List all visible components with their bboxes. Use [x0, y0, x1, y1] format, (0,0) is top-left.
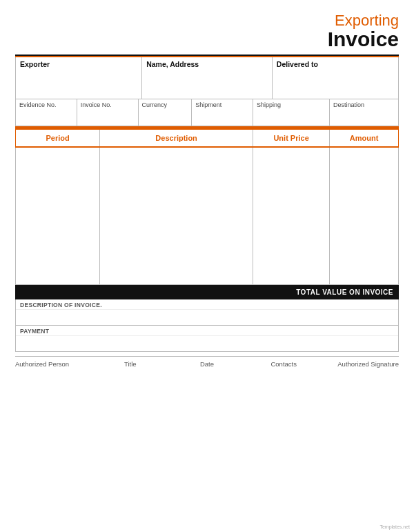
- title-footer: Title: [92, 360, 168, 368]
- header-title: Exporting Invoice: [328, 12, 399, 50]
- currency-label: Currency: [142, 101, 188, 108]
- contacts-footer: Contacts: [246, 360, 322, 368]
- name-address-label: Name, Address: [146, 60, 268, 68]
- name-address-value: [146, 70, 268, 96]
- period-cell: [16, 147, 100, 285]
- invoice-no-value: [81, 108, 135, 124]
- exporter-value: [20, 70, 137, 96]
- invoice-no-label: Invoice No.: [81, 101, 135, 108]
- date-footer: Date: [168, 360, 245, 368]
- shipment-value: [195, 108, 249, 124]
- evidence-no-cell: Evidence No.: [16, 99, 77, 126]
- unit-price-header: Unit Price: [253, 129, 330, 147]
- main-table: Period Description Unit Price Amount: [15, 128, 399, 286]
- destination-label: Destination: [333, 101, 395, 108]
- description-section: DESCRIPTION OF INVOICE.: [15, 299, 399, 326]
- period-header: Period: [16, 129, 100, 147]
- description-content: [16, 310, 398, 325]
- shipment-cell: Shipment: [192, 99, 253, 126]
- delivered-to-label: Delivered to: [277, 60, 394, 68]
- invoice-page: Exporting Invoice Exporter Name, Address…: [0, 0, 414, 532]
- table-row: [16, 147, 399, 285]
- invoice-no-cell: Invoice No.: [77, 99, 138, 126]
- description-cell: [100, 147, 253, 285]
- total-bar: TOTAL VALUE ON INVOICE: [15, 285, 399, 299]
- exporting-text: Exporting: [328, 12, 399, 28]
- currency-value: [142, 108, 188, 124]
- watermark: Templates.net: [379, 524, 410, 529]
- exporter-cell: Exporter: [16, 57, 142, 99]
- invoice-text: Invoice: [328, 28, 399, 50]
- payment-content: [16, 336, 398, 351]
- description-label: DESCRIPTION OF INVOICE.: [16, 299, 398, 310]
- destination-cell: Destination: [330, 99, 399, 126]
- description-header: Description: [100, 129, 253, 147]
- header: Exporting Invoice: [15, 12, 399, 56]
- exporter-label: Exporter: [20, 60, 137, 68]
- payment-label: PAYMENT: [16, 326, 398, 336]
- info-table: Exporter Name, Address Delivered to: [15, 56, 399, 99]
- destination-value: [333, 108, 395, 124]
- evidence-no-label: Evidence No.: [19, 101, 73, 108]
- currency-cell: Currency: [138, 99, 192, 126]
- payment-section: PAYMENT: [15, 326, 399, 352]
- amount-cell: [330, 147, 399, 285]
- shipping-label: Shipping: [257, 101, 326, 108]
- delivered-to-value: [277, 70, 394, 96]
- footer: Authorized Person Title Date Contacts Au…: [15, 356, 399, 368]
- total-label: TOTAL VALUE ON INVOICE: [296, 288, 393, 296]
- shipping-value: [257, 108, 326, 124]
- amount-header: Amount: [330, 129, 399, 147]
- delivered-to-cell: Delivered to: [272, 57, 398, 99]
- evidence-no-value: [19, 108, 73, 124]
- shipping-cell: Shipping: [253, 99, 330, 126]
- name-address-cell: Name, Address: [142, 57, 273, 99]
- meta-table: Evidence No. Invoice No. Currency Shipme…: [15, 99, 399, 126]
- authorized-signature-footer: Authorized Signature: [322, 360, 399, 368]
- unit-price-cell: [253, 147, 330, 285]
- authorized-person-footer: Authorized Person: [15, 360, 92, 368]
- shipment-label: Shipment: [195, 101, 249, 108]
